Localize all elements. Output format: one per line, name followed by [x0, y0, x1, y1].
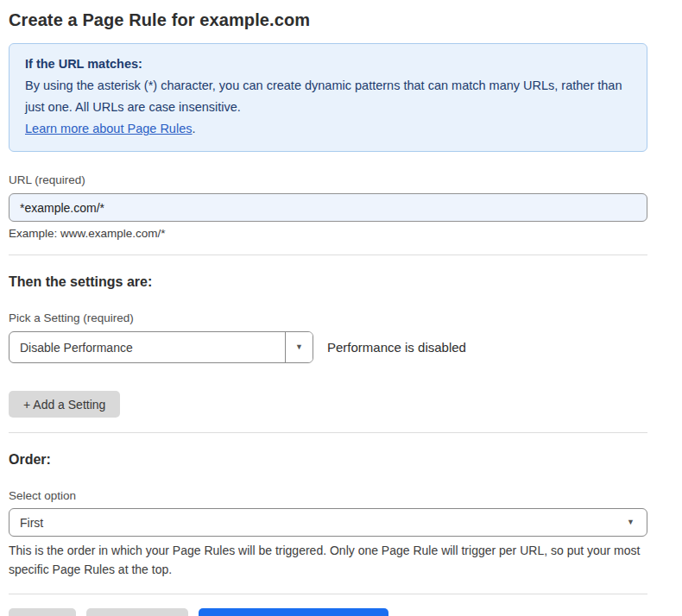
divider — [9, 255, 647, 255]
add-setting-button[interactable]: + Add a Setting — [9, 391, 120, 418]
setting-select-value: Disable Performance — [9, 332, 285, 362]
setting-select[interactable]: Disable Performance ▼ — [9, 331, 313, 363]
callout-link-suffix: . — [192, 122, 195, 135]
divider — [9, 594, 647, 594]
settings-section-heading: Then the settings are: — [9, 274, 647, 290]
url-field-label: URL (required) — [9, 173, 647, 186]
save-as-draft-button[interactable]: Save as Draft — [86, 608, 189, 616]
setting-status-text: Performance is disabled — [327, 340, 466, 355]
setting-select-arrow-button[interactable]: ▼ — [285, 332, 313, 362]
order-help-text: This is the order in which your Page Rul… — [9, 541, 647, 579]
order-section-heading: Order: — [9, 452, 647, 468]
setting-picker-label: Pick a Setting (required) — [9, 311, 647, 324]
cancel-button[interactable]: Cancel — [9, 608, 76, 616]
footer-actions: Cancel Save as Draft Save and Deploy Pag… — [9, 608, 647, 616]
url-matches-callout: If the URL matches: By using the asteris… — [9, 43, 647, 152]
dropdown-arrow-icon: ▼ — [295, 343, 303, 351]
order-select[interactable]: First ▼ — [9, 508, 647, 537]
order-select-label: Select option — [9, 489, 647, 502]
save-and-deploy-button[interactable]: Save and Deploy Page Rule — [199, 608, 388, 616]
divider — [9, 432, 647, 433]
callout-body: By using the asterisk (*) character, you… — [25, 75, 631, 118]
callout-heading: If the URL matches: — [25, 53, 631, 75]
callout-link-line: Learn more about Page Rules. — [25, 118, 631, 140]
url-input[interactable] — [9, 193, 647, 222]
page-title: Create a Page Rule for example.com — [9, 10, 647, 30]
url-example-hint: Example: www.example.com/* — [9, 227, 647, 240]
learn-more-link[interactable]: Learn more about Page Rules — [25, 122, 192, 135]
create-page-rule-panel: Create a Page Rule for example.com If th… — [0, 0, 673, 616]
setting-row: Disable Performance ▼ Performance is dis… — [9, 331, 647, 363]
order-select-value: First — [20, 516, 43, 530]
chevron-down-icon: ▼ — [627, 519, 635, 526]
